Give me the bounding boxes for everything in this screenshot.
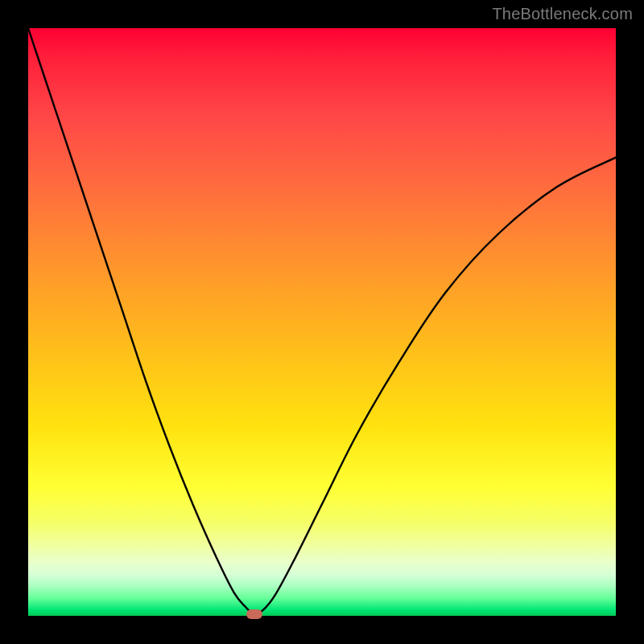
bottleneck-curve bbox=[28, 28, 616, 614]
curve-layer bbox=[28, 28, 616, 616]
minimum-marker bbox=[246, 609, 262, 619]
watermark: TheBottleneck.com bbox=[492, 5, 633, 23]
plot-area bbox=[28, 28, 616, 616]
chart-frame: TheBottleneck.com bbox=[0, 0, 644, 644]
